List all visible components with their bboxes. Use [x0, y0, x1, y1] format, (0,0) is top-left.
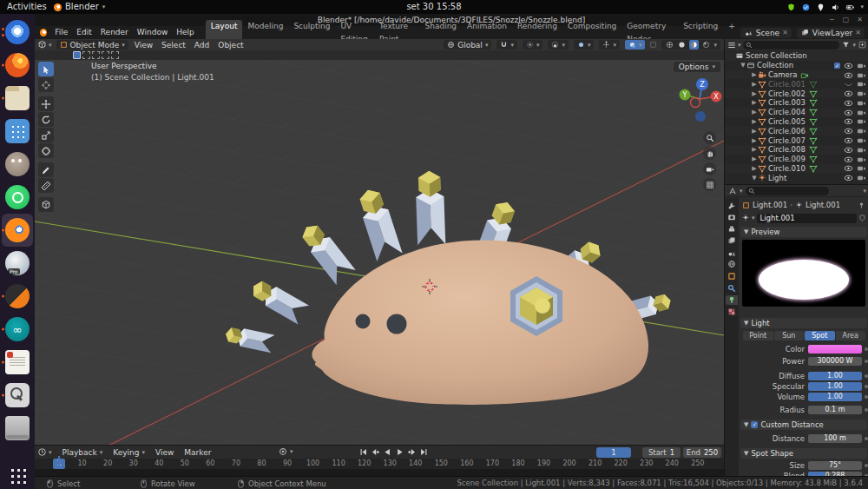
dock-item-whatsapp[interactable]: [2, 181, 33, 214]
remove-icon[interactable]: ✕: [855, 29, 861, 36]
gizmos-toggle[interactable]: ▾: [599, 40, 620, 50]
add-cube-tool[interactable]: [38, 197, 54, 212]
shading-material-preview[interactable]: [689, 40, 699, 50]
options-button[interactable]: Options▾: [674, 62, 720, 72]
properties-tab-texture[interactable]: [726, 307, 738, 316]
dock-item-google-earth-pro[interactable]: Pro: [2, 247, 33, 280]
outliner-row-circle-002[interactable]: ▶Circle.002: [725, 89, 868, 98]
disclosure-right-icon[interactable]: ▶: [751, 81, 758, 88]
outliner-row-scene collection[interactable]: Scene Collection: [725, 51, 868, 61]
camera-visibility-icon[interactable]: [857, 108, 866, 117]
camera-visibility-icon[interactable]: [857, 70, 866, 80]
light-specular-field[interactable]: 1.00: [808, 382, 862, 391]
camera-visibility-icon[interactable]: [857, 98, 866, 108]
chevron-down-icon[interactable]: ▾: [860, 3, 864, 10]
navigation-gizmo[interactable]: Z X Y: [674, 76, 724, 126]
dock-item-document-viewer[interactable]: [2, 346, 33, 379]
dock-item-magnifier-tool[interactable]: [2, 379, 33, 412]
toggle-grid-button[interactable]: [703, 178, 716, 191]
animate-dot[interactable]: [865, 385, 868, 388]
eye-icon[interactable]: [844, 116, 853, 126]
visibility-toggles[interactable]: ▾: [574, 40, 595, 50]
dock-item-chromium[interactable]: [2, 16, 33, 49]
disclosure-down-icon[interactable]: ▼: [740, 62, 746, 69]
pan-hand-button[interactable]: [703, 147, 716, 160]
light-power-field[interactable]: 300000 W: [808, 357, 862, 366]
viewport-menu-object[interactable]: Object: [214, 41, 247, 50]
datablock-name-field[interactable]: Light.001: [757, 214, 857, 223]
camera-visibility-icon[interactable]: [857, 116, 866, 126]
location-icon[interactable]: [816, 3, 825, 12]
jump-to-end-button[interactable]: [418, 446, 430, 458]
camera-visibility-icon[interactable]: [857, 89, 866, 98]
overlays-toggle[interactable]: ▾: [625, 40, 646, 50]
dock-item-laptop[interactable]: [2, 412, 33, 445]
outliner-row-circle-003[interactable]: ▶Circle.003: [725, 98, 868, 108]
frame-start-field[interactable]: Start1: [642, 447, 681, 458]
light-type-point[interactable]: Point: [743, 331, 773, 340]
proportional-editing[interactable]: ▾: [548, 40, 569, 50]
camera-visibility-icon[interactable]: [857, 61, 866, 70]
xray-toggle[interactable]: [648, 40, 658, 50]
show-applications-button[interactable]: [9, 466, 26, 484]
breadcrumb-object[interactable]: Light.001: [753, 201, 787, 209]
camera-view-button[interactable]: [703, 162, 716, 175]
shading-wireframe[interactable]: [665, 40, 674, 50]
outliner-row-circle-007[interactable]: ▶Circle.007: [725, 135, 868, 145]
auto-key-record-button[interactable]: [278, 446, 288, 457]
camera-visibility-icon[interactable]: [857, 173, 866, 182]
minimize-icon[interactable]: −: [829, 14, 835, 26]
animate-dot[interactable]: [865, 347, 868, 351]
light-type-spot[interactable]: Spot: [805, 331, 835, 340]
close-icon[interactable]: ✕: [857, 14, 863, 26]
scene-selector[interactable]: Scene ✕: [740, 28, 792, 38]
camera-visibility-icon[interactable]: [857, 145, 866, 155]
timeline-menu-playback[interactable]: Playback▾: [58, 448, 108, 457]
animate-dot[interactable]: [865, 374, 868, 378]
light-diffuse-field[interactable]: 1.00: [808, 372, 862, 380]
fake-user-shield-icon[interactable]: [858, 214, 866, 222]
dock-item-screen-recorder[interactable]: [2, 280, 33, 313]
disclosure-right-icon[interactable]: ▶: [751, 118, 758, 125]
properties-tab-object-data[interactable]: [726, 295, 738, 305]
disclosure-right-icon[interactable]: ▶: [751, 109, 758, 116]
select-set-mode[interactable]: [73, 51, 81, 59]
light-distance-field[interactable]: 100 m: [808, 434, 862, 443]
menu-file[interactable]: File: [50, 26, 72, 39]
snap-target[interactable]: ▾: [523, 40, 543, 50]
chevron-down-icon[interactable]: ▾: [290, 448, 293, 455]
select-subtract-mode[interactable]: [92, 51, 100, 59]
disclosure-right-icon[interactable]: ▶: [751, 146, 758, 153]
select-extend-mode[interactable]: [82, 51, 90, 59]
eye-icon[interactable]: [844, 145, 853, 155]
current-frame-field[interactable]: 1: [596, 447, 631, 458]
eye-icon[interactable]: [844, 61, 853, 70]
eye-icon[interactable]: [844, 108, 853, 117]
timeline-editor-type-button[interactable]: ▾: [35, 447, 55, 458]
camera-visibility-icon[interactable]: [857, 126, 866, 135]
light-color-field[interactable]: [808, 345, 862, 354]
volume-icon[interactable]: [831, 3, 840, 12]
rotate-tool[interactable]: [38, 112, 54, 127]
properties-search-input[interactable]: [746, 187, 829, 195]
previous-keyframe-button[interactable]: [370, 446, 381, 458]
eye-icon[interactable]: [844, 163, 853, 173]
shield-icon[interactable]: [786, 3, 796, 12]
outliner-row-light[interactable]: ▼Light: [725, 173, 868, 182]
light-data-icon[interactable]: [741, 214, 750, 222]
chevron-down-icon[interactable]: ▾: [863, 188, 866, 195]
app-menu[interactable]: Blender ▾: [54, 0, 105, 14]
preview-panel-header[interactable]: ▼Preview: [740, 227, 867, 237]
outliner-row-circle-008[interactable]: ▶Circle.008: [725, 145, 868, 155]
shading-solid[interactable]: [677, 40, 687, 50]
properties-tab-tool[interactable]: [726, 201, 738, 210]
eye-icon[interactable]: [844, 173, 853, 182]
menu-help[interactable]: Help: [172, 26, 199, 39]
eye-icon[interactable]: [844, 98, 853, 108]
outliner-row-circle-009[interactable]: ▶Circle.009: [725, 155, 868, 164]
eye-closed-icon[interactable]: [844, 79, 853, 89]
outliner-row-circle-001[interactable]: ▶Circle.001: [725, 79, 868, 89]
camera-visibility-icon[interactable]: [857, 155, 866, 164]
next-keyframe-button[interactable]: [406, 446, 418, 458]
move-tool[interactable]: [38, 96, 54, 111]
